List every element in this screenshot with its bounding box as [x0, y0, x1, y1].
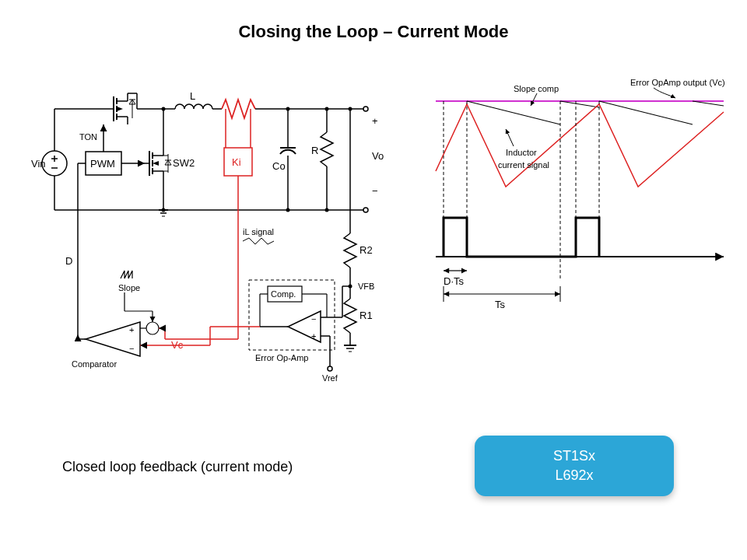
label-d: D [65, 255, 72, 267]
label-vref: Vref [322, 373, 338, 383]
callout-line-2: L692x [496, 466, 652, 485]
label-slope-comp: Slope comp [514, 84, 559, 93]
svg-text:−: − [311, 314, 316, 324]
svg-point-57 [363, 208, 368, 212]
svg-line-105 [531, 93, 537, 106]
label-vo: Vo [372, 150, 384, 162]
svg-line-102 [560, 101, 599, 107]
label-vo-plus: + [372, 115, 378, 127]
mosfet-sw1-icon [103, 93, 137, 121]
caption-text: Closed loop feedback (current mode) [62, 459, 293, 475]
label-ki: Ki [232, 156, 241, 168]
label-l: L [190, 90, 195, 102]
svg-point-56 [363, 107, 368, 111]
inductor-icon [175, 104, 212, 109]
label-co: Co [272, 160, 286, 172]
page-title: Closing the Loop – Current Mode [0, 0, 747, 42]
trace-pwm-output [436, 218, 724, 257]
label-slope: Slope [118, 283, 140, 292]
label-r: R [311, 145, 318, 156]
callout-line-1: ST1Sx [496, 446, 652, 466]
svg-point-101 [162, 208, 166, 212]
svg-point-97 [325, 107, 329, 111]
svg-point-99 [286, 208, 290, 212]
svg-point-0 [42, 151, 67, 176]
diagram-stage: Vin PWM TON [0, 78, 747, 467]
svg-point-95 [162, 107, 166, 111]
label-r1: R1 [359, 310, 373, 321]
label-vfb: VFB [358, 282, 374, 291]
label-err-out: Error OpAmp output (Vc) [630, 78, 725, 87]
schematic: Vin PWM TON [31, 90, 384, 383]
label-comp: Comp. [271, 289, 296, 299]
svg-point-74 [328, 366, 332, 371]
diagram-svg: Vin PWM TON [0, 78, 747, 467]
resistor-load-icon [321, 132, 333, 166]
svg-text:−: − [129, 344, 134, 353]
svg-line-104 [506, 129, 514, 146]
label-pwm: PWM [90, 158, 115, 170]
svg-text:+: + [129, 325, 134, 334]
label-ton: TON [79, 132, 97, 142]
ki-sense-icon: Ki [222, 100, 268, 241]
label-vin: Vin [31, 158, 46, 170]
label-current-signal: current signal [498, 160, 549, 170]
mosfet-sw2-icon [145, 109, 171, 210]
label-inductor: Inductor [506, 148, 537, 157]
svg-point-100 [325, 208, 329, 212]
label-r2: R2 [359, 244, 373, 256]
resistor-r2-icon [344, 233, 356, 268]
label-comparator: Comparator [72, 359, 117, 369]
svg-point-98 [349, 107, 352, 111]
svg-text:+: + [311, 331, 316, 341]
svg-point-96 [286, 107, 290, 111]
label-dts: D·Ts [444, 275, 465, 287]
trace-slope-2 [599, 101, 693, 124]
timing-diagram: Slope comp Error OpAmp output (Vc) Induc… [436, 78, 725, 310]
label-vo-minus: − [372, 185, 378, 197]
resistor-r1-icon [344, 299, 356, 333]
label-ts: Ts [495, 299, 506, 310]
product-callout: ST1Sx L692x [475, 436, 674, 496]
label-sw2: SW2 [173, 157, 195, 169]
trace-inductor-current [436, 104, 724, 187]
label-il-signal: iL signal [243, 227, 274, 236]
summing-node-icon [146, 322, 159, 334]
label-error-opamp: Error Op-Amp [255, 353, 308, 362]
trace-slope-1 [467, 101, 560, 124]
